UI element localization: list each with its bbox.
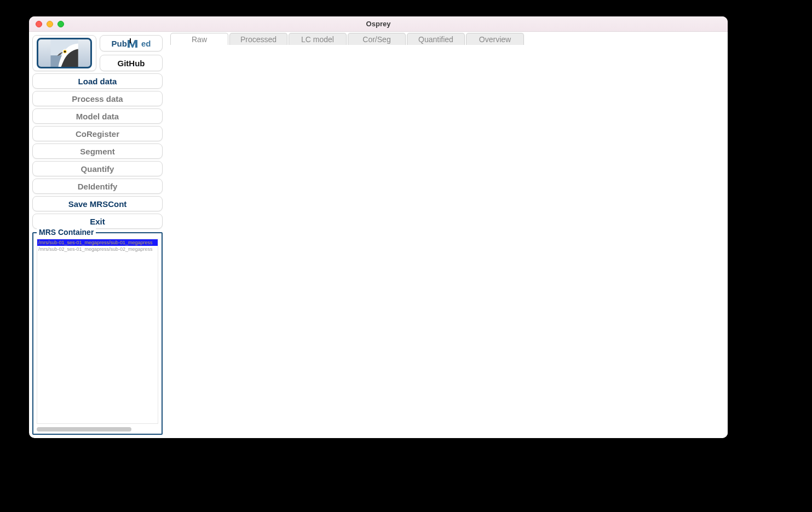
model-data-button[interactable]: Model data xyxy=(32,108,163,124)
list-item[interactable]: /mrs/sub-01_ses-01_megapress/sub-01_mega… xyxy=(37,239,158,246)
app-window: Osprey xyxy=(29,16,728,438)
save-mrscont-button[interactable]: Save MRSCont xyxy=(32,196,163,211)
window-close-button[interactable] xyxy=(36,21,42,27)
list-item[interactable]: /mrs/sub-02_ses-01_megapress/sub-02_mega… xyxy=(37,246,158,252)
tab-raw[interactable]: Raw xyxy=(170,33,228,45)
pubmed-link[interactable]: Pub ed xyxy=(100,35,163,51)
pubmed-icon: Pub ed xyxy=(112,38,151,48)
window-maximize-button[interactable] xyxy=(57,21,64,27)
exit-button[interactable]: Exit xyxy=(32,214,163,229)
window-controls xyxy=(36,21,64,27)
app-logo xyxy=(32,35,96,71)
osprey-icon xyxy=(37,38,92,68)
svg-point-4 xyxy=(64,50,66,52)
segment-button[interactable]: Segment xyxy=(32,143,163,159)
mrs-container-legend: MRS Container xyxy=(37,228,96,237)
button-label: Process data xyxy=(72,94,123,103)
tab-label: LC model xyxy=(301,35,334,44)
button-label: Segment xyxy=(80,147,114,156)
tab-lcmodel[interactable]: LC model xyxy=(289,33,347,45)
mrs-container-list[interactable]: /mrs/sub-01_ses-01_megapress/sub-01_mega… xyxy=(37,239,158,424)
quantify-button[interactable]: Quantify xyxy=(32,161,163,176)
sidebar-external-links: Pub ed GitHub xyxy=(100,35,163,71)
button-label: Save MRSCont xyxy=(68,199,127,209)
main-area: Raw Processed LC model Cor/Seg Quantifie… xyxy=(166,32,728,438)
svg-rect-5 xyxy=(130,38,131,43)
github-label: GitHub xyxy=(118,59,145,68)
window-content: Pub ed GitHub Load data xyxy=(29,32,728,438)
deidentify-button[interactable]: DeIdentify xyxy=(32,179,163,194)
window-title: Osprey xyxy=(29,20,728,28)
window-minimize-button[interactable] xyxy=(47,21,53,27)
load-data-button[interactable]: Load data xyxy=(32,73,163,89)
sidebar-top-row: Pub ed GitHub xyxy=(32,35,163,71)
list-item-label: /mrs/sub-01_ses-01_megapress/sub-01_mega… xyxy=(38,240,153,245)
tab-processed[interactable]: Processed xyxy=(229,33,287,45)
button-label: Load data xyxy=(78,77,117,86)
tab-overview[interactable]: Overview xyxy=(466,33,524,45)
coregister-button[interactable]: CoRegister xyxy=(32,126,163,141)
button-label: DeIdentify xyxy=(78,182,118,191)
process-data-button[interactable]: Process data xyxy=(32,91,163,106)
github-link[interactable]: GitHub xyxy=(100,55,163,71)
button-label: Quantify xyxy=(81,164,114,174)
tab-label: Processed xyxy=(240,35,277,44)
sidebar: Pub ed GitHub Load data xyxy=(29,32,166,438)
tab-label: Cor/Seg xyxy=(362,35,390,44)
horizontal-scrollbar[interactable] xyxy=(37,427,158,432)
pubmed-m-icon xyxy=(127,38,141,48)
scrollbar-thumb[interactable] xyxy=(37,427,131,432)
button-label: Exit xyxy=(90,217,105,226)
button-label: CoRegister xyxy=(76,129,119,139)
list-item-label: /mrs/sub-02_ses-01_megapress/sub-02_mega… xyxy=(38,246,153,252)
titlebar: Osprey xyxy=(29,16,728,32)
tab-quantified[interactable]: Quantified xyxy=(407,33,465,45)
tab-bar: Raw Processed LC model Cor/Seg Quantifie… xyxy=(170,33,524,45)
mrs-container-panel: MRS Container /mrs/sub-01_ses-01_megapre… xyxy=(32,232,163,435)
button-label: Model data xyxy=(76,112,119,121)
tab-corseg[interactable]: Cor/Seg xyxy=(348,33,406,45)
tab-label: Overview xyxy=(479,35,511,44)
tab-label: Quantified xyxy=(418,35,453,44)
tab-label: Raw xyxy=(192,35,207,44)
